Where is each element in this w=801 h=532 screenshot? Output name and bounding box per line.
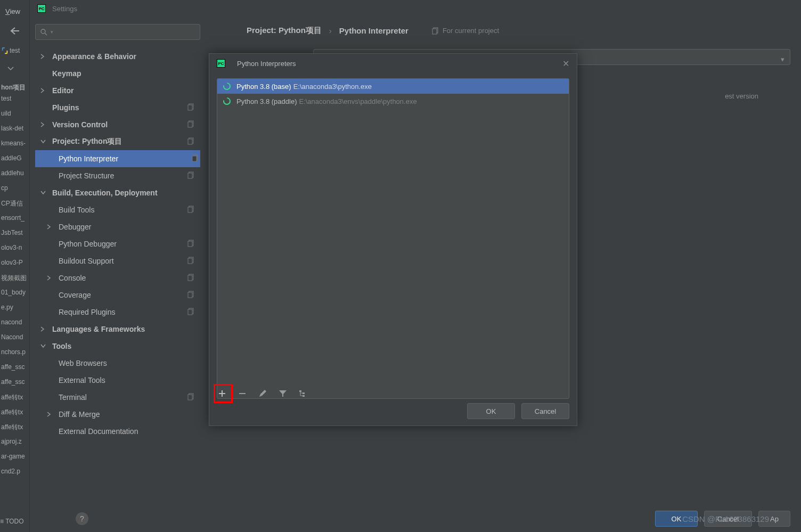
settings-tree-item[interactable]: Console	[35, 269, 200, 287]
interpreter-path: E:\anaconda3\envs\paddle\python.exe	[299, 97, 416, 105]
settings-search-input[interactable]: ▾	[35, 24, 200, 40]
breadcrumb: Project: Python项目 › Python Interpreter F…	[247, 26, 499, 36]
settings-tree-item[interactable]: Plugins	[35, 99, 200, 116]
project-tool-window: VViewiew test hon项目 testuildlask-detkmea…	[0, 0, 30, 532]
tree-item-label: Terminal	[59, 393, 87, 402]
interpreter-row[interactable]: Python 3.8 (paddle) E:\anaconda3\envs\pa…	[217, 94, 569, 109]
back-arrow-icon[interactable]	[10, 27, 20, 35]
settings-tree-item[interactable]: Required Plugins	[35, 304, 200, 321]
settings-tree-item[interactable]: Project: Python项目	[35, 133, 200, 150]
settings-tree-item[interactable]: Version Control	[35, 116, 200, 133]
breadcrumb-project[interactable]: Project: Python项目	[247, 26, 322, 36]
dialog-cancel-button[interactable]: Cancel	[521, 403, 569, 419]
copy-icon	[187, 171, 195, 179]
settings-tree-item[interactable]: Build, Execution, Deployment	[35, 184, 200, 201]
dialog-ok-button[interactable]: OK	[467, 403, 515, 419]
project-file[interactable]: affe_ssc	[1, 363, 30, 371]
chevron-right-icon	[40, 54, 48, 59]
settings-tree-item[interactable]: Python Interpreter	[35, 150, 200, 167]
settings-tree-item[interactable]: Web Browsers	[35, 355, 200, 372]
project-file[interactable]: nchors.p	[1, 348, 30, 356]
tree-item-label: Project Structure	[59, 171, 114, 180]
project-file[interactable]: affe转tx	[1, 423, 30, 432]
project-file[interactable]: cp	[1, 184, 30, 192]
show-paths-button[interactable]	[298, 388, 308, 399]
settings-title: Settings	[52, 5, 77, 13]
project-file[interactable]: nacond	[1, 318, 30, 326]
add-button[interactable]	[217, 388, 227, 399]
settings-tree-item[interactable]: Build Tools	[35, 201, 200, 218]
settings-tree-item[interactable]: Keymap	[35, 65, 200, 82]
project-root-name[interactable]: hon项目	[1, 83, 30, 92]
project-file[interactable]: JsbTest	[1, 229, 30, 236]
filter-button[interactable]	[277, 388, 288, 399]
project-file[interactable]: affe转tx	[1, 393, 30, 402]
svg-line-1	[45, 33, 47, 35]
menu-view[interactable]: VViewiew	[5, 7, 20, 15]
settings-tree-item[interactable]: Python Debugger	[35, 235, 200, 252]
settings-tree-item[interactable]: External Tools	[35, 372, 200, 389]
settings-tree-item[interactable]: Diff & Merge	[35, 406, 200, 423]
tree-item-label: Languages & Frameworks	[52, 325, 145, 333]
project-file[interactable]: addleG	[1, 154, 30, 162]
project-file[interactable]: olov3-n	[1, 244, 30, 251]
dialog-title: Python Interpreters	[237, 60, 296, 68]
ok-button[interactable]: OK	[655, 511, 698, 527]
copy-icon	[187, 274, 195, 281]
settings-tree-item[interactable]: Terminal	[35, 389, 200, 406]
edit-button[interactable]	[257, 388, 268, 399]
todo-tool[interactable]: ≡ TODO	[0, 518, 24, 525]
project-file[interactable]: lask-det	[1, 125, 30, 132]
project-file[interactable]: uild	[1, 110, 30, 117]
chevron-right-icon	[40, 122, 48, 127]
settings-tree-item[interactable]: Appearance & Behavior	[35, 48, 200, 65]
project-file[interactable]: cnd2.p	[1, 468, 30, 475]
project-file[interactable]: olov3-P	[1, 259, 30, 266]
svg-rect-19	[188, 275, 192, 281]
settings-tree-item[interactable]: External Documentation	[35, 423, 200, 440]
chevron-right-icon	[47, 275, 54, 281]
cancel-button[interactable]: Cancel	[704, 511, 752, 527]
project-file[interactable]: addlehu	[1, 169, 30, 177]
tree-item-label: Required Plugins	[59, 308, 116, 316]
chevron-right-icon	[47, 412, 54, 417]
project-root[interactable]: test	[1, 47, 30, 54]
svg-rect-5	[188, 122, 192, 127]
settings-tree-item[interactable]: Tools	[35, 338, 200, 355]
svg-rect-13	[188, 207, 192, 212]
settings-tree-item[interactable]: Editor	[35, 82, 200, 99]
project-file[interactable]: 视频截图	[1, 274, 30, 283]
project-file[interactable]: ensorrt_	[1, 214, 30, 222]
project-file[interactable]: kmeans-	[1, 140, 30, 147]
interpreter-row[interactable]: Python 3.8 (base) E:\anaconda3\python.ex…	[217, 79, 569, 94]
dropdown-arrow-icon[interactable]	[7, 67, 14, 71]
tree-item-label: Editor	[52, 86, 73, 95]
project-file[interactable]: Nacond	[1, 333, 30, 341]
copy-icon	[187, 393, 195, 400]
settings-tree-item[interactable]: Buildout Support	[35, 252, 200, 269]
copy-icon	[187, 206, 195, 213]
project-file[interactable]: 01_body	[1, 289, 30, 296]
copy-icon	[187, 137, 195, 145]
project-file[interactable]: e.py	[1, 304, 30, 311]
project-file[interactable]: affe转tx	[1, 408, 30, 417]
apply-button[interactable]: Ap	[758, 511, 790, 527]
project-file[interactable]: CP通信	[1, 199, 30, 208]
project-file[interactable]: test	[1, 95, 30, 102]
chevron-right-icon	[47, 224, 54, 230]
settings-tree-item[interactable]: Debugger	[35, 218, 200, 235]
settings-tree-item[interactable]: Languages & Frameworks	[35, 321, 200, 338]
settings-tree-item[interactable]: Coverage	[35, 287, 200, 304]
project-file[interactable]: ar-game	[1, 453, 30, 460]
tree-item-label: Buildout Support	[59, 257, 114, 265]
remove-button[interactable]	[237, 388, 248, 399]
close-icon[interactable]: ✕	[562, 59, 569, 69]
tree-item-label: Plugins	[52, 103, 79, 112]
project-file[interactable]: ajproj.z	[1, 438, 30, 445]
settings-tree-item[interactable]: Project Structure	[35, 167, 200, 184]
project-file[interactable]: affe_ssc	[1, 378, 30, 386]
pycharm-icon: PC	[217, 59, 225, 68]
interpreter-list[interactable]: Python 3.8 (base) E:\anaconda3\python.ex…	[217, 78, 569, 399]
interpreter-path: E:\anaconda3\python.exe	[293, 83, 372, 91]
help-button[interactable]: ?	[76, 512, 88, 525]
